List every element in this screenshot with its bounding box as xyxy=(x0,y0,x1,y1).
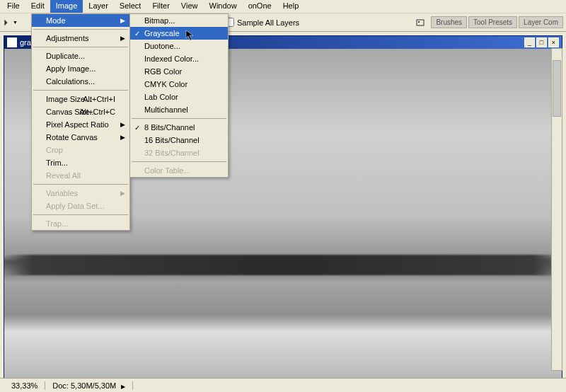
submenu-arrow-icon: ▶ xyxy=(120,17,125,24)
mode-multichannel[interactable]: Multichannel xyxy=(130,103,228,116)
image-menu-dropdown: Mode▶ Adjustments▶ Duplicate... Apply Im… xyxy=(31,13,130,231)
mode-color-table: Color Table... xyxy=(130,164,228,177)
menu-item-duplicate[interactable]: Duplicate... xyxy=(32,50,129,62)
mode-rgb[interactable]: RGB Color xyxy=(130,65,228,78)
menu-item-rotate-canvas[interactable]: Rotate Canvas▶ xyxy=(32,131,129,144)
menu-onone[interactable]: onOne xyxy=(243,0,277,13)
mode-lab[interactable]: Lab Color xyxy=(130,91,228,103)
mode-32bits: 32 Bits/Channel xyxy=(130,146,228,159)
mode-cmyk[interactable]: CMYK Color xyxy=(130,78,228,91)
sample-all-layers-option[interactable]: Sample All Layers xyxy=(225,18,299,27)
menu-file[interactable]: File xyxy=(1,0,25,13)
menu-select[interactable]: Select xyxy=(114,0,147,13)
menu-item-apply-image[interactable]: Apply Image... xyxy=(32,62,129,75)
mode-duotone[interactable]: Duotone... xyxy=(130,40,228,52)
menu-item-canvas-size[interactable]: Canvas Size...Alt+Ctrl+C xyxy=(32,105,129,118)
menu-item-variables: Variables▶ xyxy=(32,187,129,200)
menu-image[interactable]: Image xyxy=(50,0,83,13)
check-icon: ✓ xyxy=(134,30,140,38)
tab-tool-presets[interactable]: Tool Presets xyxy=(468,16,517,28)
sample-all-label: Sample All Layers xyxy=(237,18,299,27)
status-bar: 33,33% Doc: 5,30M/5,30M ▶ xyxy=(0,378,566,392)
menu-edit[interactable]: Edit xyxy=(25,0,50,13)
menu-window[interactable]: Window xyxy=(204,0,243,13)
menu-item-crop: Crop xyxy=(32,144,129,156)
svg-rect-0 xyxy=(417,20,424,25)
scrollbar-thumb[interactable] xyxy=(553,60,561,117)
submenu-arrow-icon: ▶ xyxy=(120,35,125,42)
menu-item-image-size[interactable]: Image Size...Alt+Ctrl+I xyxy=(32,93,129,105)
document-icon xyxy=(7,38,17,47)
menu-help[interactable]: Help xyxy=(277,0,305,13)
check-icon: ✓ xyxy=(134,124,140,132)
submenu-arrow-icon: ▶ xyxy=(120,121,125,128)
zoom-level[interactable]: 33,33% xyxy=(4,381,45,390)
doc-size[interactable]: Doc: 5,30M/5,30M ▶ xyxy=(45,381,133,390)
menubar: File Edit Image Layer Select Filter View… xyxy=(0,0,566,13)
menu-filter[interactable]: Filter xyxy=(146,0,175,13)
maximize-button[interactable]: □ xyxy=(536,38,547,47)
svg-rect-1 xyxy=(418,21,420,23)
menu-item-trim[interactable]: Trim... xyxy=(32,156,129,169)
mode-8bits[interactable]: ✓8 Bits/Channel xyxy=(130,121,228,134)
menu-item-mode[interactable]: Mode▶ xyxy=(32,14,129,27)
menu-item-adjustments[interactable]: Adjustments▶ xyxy=(32,32,129,45)
tab-layer-comps[interactable]: Layer Com xyxy=(519,16,563,28)
menu-item-apply-data-set: Apply Data Set... xyxy=(32,200,129,212)
menu-item-pixel-aspect[interactable]: Pixel Aspect Ratio▶ xyxy=(32,118,129,131)
menu-view[interactable]: View xyxy=(175,0,204,13)
submenu-arrow-icon: ▶ xyxy=(120,134,125,141)
mode-bitmap[interactable]: Bitmap... xyxy=(130,14,228,27)
submenu-arrow-icon: ▶ xyxy=(120,190,125,197)
mode-submenu: Bitmap... ✓Grayscale Duotone... Indexed … xyxy=(129,13,229,178)
menu-item-calculations[interactable]: Calculations... xyxy=(32,75,129,88)
palette-well-icon[interactable] xyxy=(412,15,428,30)
tool-icon[interactable]: ▼ xyxy=(3,15,18,30)
menu-item-trap: Trap... xyxy=(32,217,129,230)
chevron-right-icon: ▶ xyxy=(121,384,125,390)
menu-item-reveal-all: Reveal All xyxy=(32,169,129,182)
vertical-scrollbar[interactable] xyxy=(551,48,562,371)
minimize-button[interactable]: _ xyxy=(524,38,535,47)
mode-indexed[interactable]: Indexed Color... xyxy=(130,52,228,65)
chevron-down-icon: ▼ xyxy=(13,20,18,25)
tab-brushes[interactable]: Brushes xyxy=(431,16,467,28)
menu-layer[interactable]: Layer xyxy=(83,0,114,13)
mode-grayscale[interactable]: ✓Grayscale xyxy=(130,27,228,40)
close-button[interactable]: × xyxy=(548,38,559,47)
mode-16bits[interactable]: 16 Bits/Channel xyxy=(130,134,228,146)
